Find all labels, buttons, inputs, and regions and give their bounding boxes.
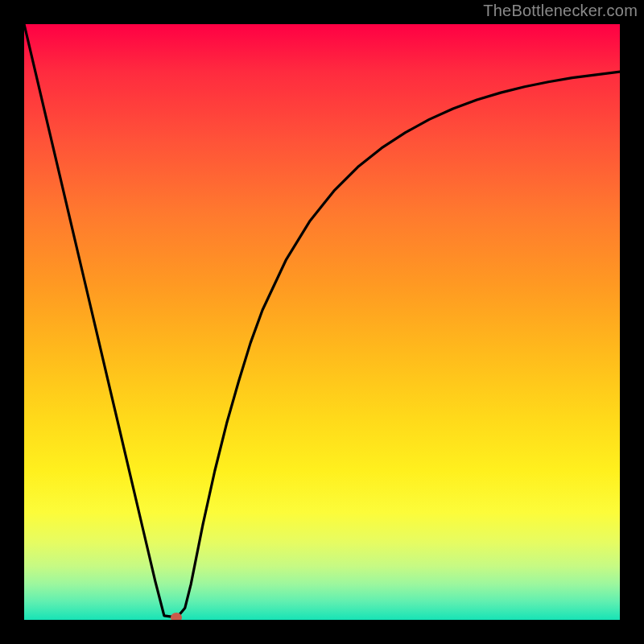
optimal-point-marker	[171, 613, 182, 620]
chart-frame: TheBottlenecker.com	[0, 0, 644, 644]
plot-area	[24, 24, 620, 620]
attribution-text: TheBottlenecker.com	[483, 2, 638, 20]
bottleneck-curve	[24, 24, 620, 620]
